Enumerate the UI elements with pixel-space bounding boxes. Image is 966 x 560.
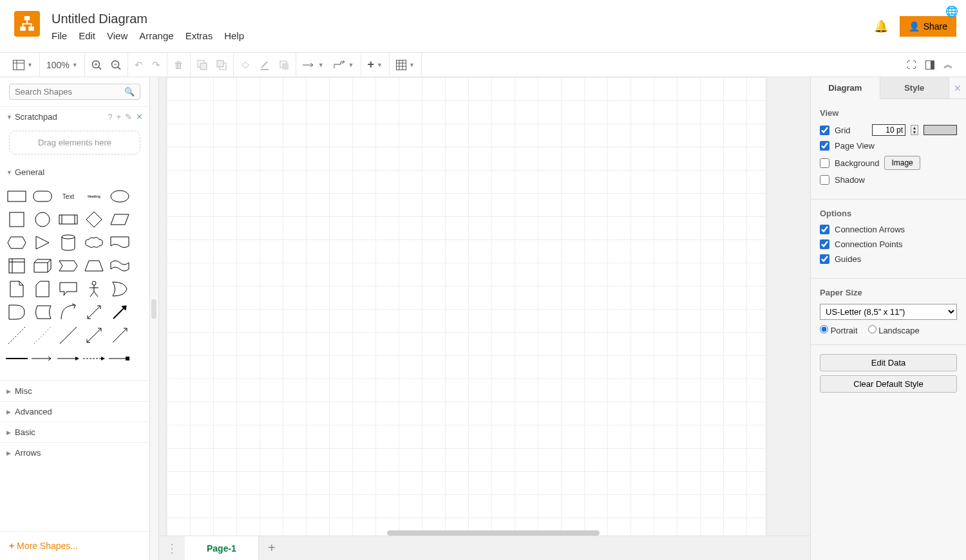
general-header[interactable]: ▼ General	[0, 162, 149, 182]
app-logo[interactable]	[14, 11, 40, 37]
shape-connector-3[interactable]	[82, 348, 106, 369]
shape-rounded-rectangle[interactable]	[31, 186, 54, 207]
menu-file[interactable]: File	[52, 30, 67, 41]
connection-arrows-checkbox[interactable]	[820, 225, 829, 234]
add-page-icon[interactable]: +	[259, 541, 285, 555]
background-image-button[interactable]: Image	[884, 156, 920, 170]
shape-document[interactable]	[108, 232, 131, 253]
shape-data-storage[interactable]	[31, 302, 54, 322]
table-icon[interactable]: ▼	[396, 60, 415, 70]
shape-hexagon[interactable]	[5, 232, 28, 253]
shape-connector-1[interactable]	[31, 348, 54, 369]
shape-line[interactable]	[57, 325, 80, 346]
shape-arrow[interactable]	[108, 302, 131, 322]
view-mode-button[interactable]: ▼	[13, 60, 33, 70]
shape-tape[interactable]	[108, 256, 131, 276]
tab-style[interactable]: Style	[880, 77, 950, 99]
grid-color-swatch[interactable]	[923, 125, 957, 135]
panel-close-icon[interactable]: ✕	[949, 77, 966, 99]
shape-internal-storage[interactable]	[5, 256, 28, 276]
grid-checkbox[interactable]	[820, 126, 829, 135]
page-view-checkbox[interactable]	[820, 141, 829, 151]
shape-bidirectional-arrow[interactable]	[82, 302, 106, 322]
search-shapes-input[interactable]: 🔍	[9, 84, 140, 100]
page-area[interactable]	[167, 77, 766, 536]
to-back-icon[interactable]	[216, 60, 227, 70]
portrait-radio[interactable]	[820, 325, 828, 333]
shape-card[interactable]	[31, 279, 54, 299]
shape-diamond[interactable]	[82, 209, 106, 230]
shape-bidir-line[interactable]	[82, 325, 106, 346]
grid-size-input[interactable]	[872, 124, 905, 136]
shape-text[interactable]: Text	[57, 186, 80, 207]
splitter-handle-icon[interactable]	[151, 299, 156, 319]
horizontal-scrollbar[interactable]	[387, 530, 600, 536]
shape-and[interactable]	[5, 302, 28, 322]
category-basic[interactable]: ▶Basic	[0, 422, 149, 442]
shape-process[interactable]	[57, 209, 80, 230]
guides-checkbox[interactable]	[820, 254, 829, 264]
shape-callout[interactable]	[57, 279, 80, 299]
line-color-icon[interactable]	[260, 60, 270, 70]
shape-dashed-line[interactable]	[5, 325, 28, 346]
zoom-out-icon[interactable]	[111, 60, 121, 70]
menu-extras[interactable]: Extras	[185, 30, 213, 41]
scratchpad-add-icon[interactable]: +	[116, 112, 121, 122]
delete-icon[interactable]: 🗑	[174, 59, 184, 70]
shape-rectangle[interactable]	[5, 186, 28, 207]
grid-size-stepper[interactable]: ▲▼	[911, 125, 918, 135]
shape-trapezoid[interactable]	[82, 256, 106, 276]
shadow-checkbox[interactable]	[820, 175, 829, 185]
scratchpad-help-icon[interactable]: ?	[108, 112, 112, 122]
insert-icon[interactable]: +▼	[368, 58, 383, 71]
menu-arrange[interactable]: Arrange	[139, 30, 173, 41]
shape-square[interactable]	[5, 209, 28, 230]
landscape-radio[interactable]	[868, 325, 876, 333]
language-icon[interactable]: 🌐	[945, 5, 958, 17]
more-shapes-button[interactable]: + More Shapes...	[0, 531, 149, 560]
page-tab-1[interactable]: Page-1	[185, 536, 259, 560]
document-title[interactable]: Untitled Diagram	[52, 12, 244, 26]
zoom-level[interactable]: 100%▼	[46, 60, 78, 70]
format-panel-toggle-icon[interactable]	[925, 61, 934, 70]
fill-color-icon[interactable]	[240, 60, 251, 70]
shape-heading[interactable]: Heading	[82, 186, 106, 207]
notifications-icon[interactable]: 🔔	[874, 19, 888, 33]
landscape-radio-label[interactable]: Landscape	[868, 325, 920, 335]
share-button[interactable]: 👤 Share	[900, 16, 956, 37]
scratchpad-edit-icon[interactable]: ✎	[125, 112, 132, 122]
shape-connector-4[interactable]	[108, 348, 131, 369]
portrait-radio-label[interactable]: Portrait	[820, 325, 858, 335]
scratchpad-dropzone[interactable]: Drag elements here	[9, 131, 140, 154]
scratchpad-header[interactable]: ▼ Scratchpad ? + ✎ ✕	[0, 107, 149, 127]
canvas[interactable]	[159, 77, 810, 536]
shape-note[interactable]	[5, 279, 28, 299]
shape-step[interactable]	[57, 256, 80, 276]
clear-style-button[interactable]: Clear Default Style	[820, 375, 957, 393]
shape-connector-2[interactable]	[57, 348, 80, 369]
menu-help[interactable]: Help	[224, 30, 244, 41]
menu-view[interactable]: View	[107, 30, 128, 41]
shape-or[interactable]	[108, 279, 131, 299]
shape-curve[interactable]	[57, 302, 80, 322]
scratchpad-close-icon[interactable]: ✕	[136, 112, 143, 122]
connection-type-icon[interactable]: ▼	[303, 62, 324, 68]
category-misc[interactable]: ▶Misc	[0, 380, 149, 401]
edit-data-button[interactable]: Edit Data	[820, 354, 957, 371]
shape-parallelogram[interactable]	[108, 209, 131, 230]
search-icon[interactable]: 🔍	[124, 87, 135, 97]
splitter[interactable]	[150, 77, 159, 560]
shape-cube[interactable]	[31, 256, 54, 276]
shape-ellipse[interactable]	[108, 186, 131, 207]
shape-link[interactable]	[5, 348, 28, 369]
fullscreen-icon[interactable]: ⛶	[907, 59, 916, 70]
zoom-in-icon[interactable]	[91, 60, 102, 70]
shape-triangle[interactable]	[31, 232, 54, 253]
connection-points-checkbox[interactable]	[820, 239, 829, 249]
category-arrows[interactable]: ▶Arrows	[0, 442, 149, 463]
to-front-icon[interactable]	[197, 60, 207, 70]
tab-diagram[interactable]: Diagram	[811, 77, 880, 99]
collapse-icon[interactable]: ︽	[943, 59, 953, 71]
shape-cloud[interactable]	[82, 232, 106, 253]
papersize-select[interactable]: US-Letter (8,5" x 11")	[820, 304, 957, 320]
